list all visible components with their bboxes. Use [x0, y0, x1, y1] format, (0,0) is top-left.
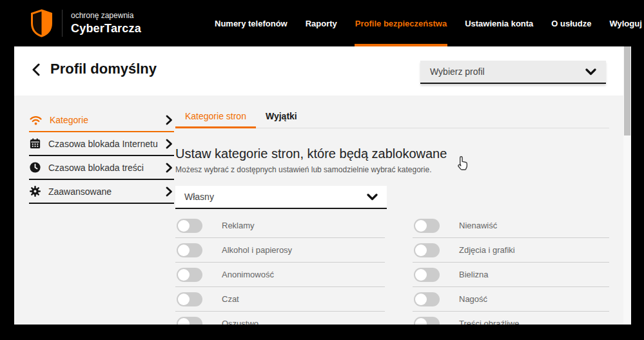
sidebar-item-czasowa-blokada-internetu[interactable]: Czasowa blokada Internetu [29, 132, 174, 156]
toggle-knob [178, 294, 190, 305]
logo-brand-name: CyberTarcza [71, 22, 141, 35]
profile-select-value: Wybierz profil [430, 66, 485, 77]
logo-text: ochronę zapewnia CyberTarcza [71, 11, 141, 35]
toggle-nienawisc[interactable] [414, 219, 440, 233]
toggle-knob [178, 269, 190, 281]
category-row-nienawisc: Nienawiść [413, 214, 609, 238]
tab-wyjatki[interactable]: Wyjątki [256, 110, 307, 128]
profile-header: Profil domyślny Wybierz profil [14, 46, 624, 95]
category-label: Oszustwo [222, 319, 259, 325]
content-panel: Profil domyślny Wybierz profil Kategor [14, 46, 624, 325]
profile-select-dropdown[interactable]: Wybierz profil [420, 61, 606, 84]
toggle-knob [415, 294, 427, 305]
category-row-reklamy: Reklamy [175, 214, 385, 238]
toggle-knob [415, 245, 427, 256]
category-column-right: Nienawiść Zdjęcia i grafiki Bielizna Nag… [413, 214, 609, 325]
sidebar-item-label: Czasowa blokada treści [48, 163, 144, 173]
category-label: Nienawiść [459, 221, 497, 230]
nav-item-profile-bezpieczenstwa[interactable]: Profile bezpieczeństwa [355, 0, 447, 46]
category-label: Reklamy [222, 221, 255, 230]
toggle-oszustwo[interactable] [177, 317, 202, 325]
category-row-alkohol: Alkohol i papierosy [175, 238, 385, 263]
chevron-down-icon [585, 68, 596, 75]
cybertarcza-app: ochronę zapewnia CyberTarcza Numery tele… [0, 0, 644, 340]
category-row-bielizna: Bielizna [413, 263, 609, 287]
toggle-knob [178, 220, 190, 232]
toggle-czat[interactable] [177, 292, 202, 306]
settings-sidebar: Kategorie [29, 108, 174, 204]
logo-divider [62, 10, 63, 37]
main-nav: Numery telefonów Raporty Profile bezpiec… [215, 0, 642, 46]
category-label: Treści obraźliwe [459, 319, 519, 325]
category-row-czat: Czat [175, 287, 385, 312]
nav-item-numery-telefonow[interactable]: Numery telefonów [215, 0, 288, 46]
chevron-right-icon [166, 139, 173, 149]
category-row-nagosc: Nagość [413, 287, 609, 312]
toggle-knob [415, 269, 427, 281]
toggle-knob [178, 245, 190, 256]
toggle-bielizna[interactable] [414, 268, 440, 282]
category-tabs: Kategorie stron Wyjątki [175, 110, 609, 128]
category-label: Zdjęcia i grafiki [459, 245, 515, 255]
shield-logo-icon [30, 9, 54, 37]
category-row-anonimowosc: Anonimowość [175, 263, 385, 287]
vertical-scrollbar[interactable] [623, 46, 631, 325]
toggle-anonimowosc[interactable] [177, 268, 202, 282]
gear-icon [29, 185, 41, 197]
page-title: Profil domyślny [50, 61, 157, 77]
category-label: Bielizna [459, 270, 489, 279]
category-label: Anonimowość [222, 270, 274, 279]
calendar-icon [29, 137, 41, 150]
toggle-zdjecia[interactable] [414, 243, 440, 257]
section-subheading: Możesz wybrać z dostępnych ustawień lub … [175, 165, 609, 174]
nav-item-raporty[interactable]: Raporty [306, 0, 337, 46]
sidebar-item-label: Zaawansowane [48, 186, 112, 197]
logo-tagline: ochronę zapewnia [71, 11, 141, 20]
section-heading: Ustaw kategorie stron, które będą zablok… [175, 146, 609, 161]
preset-select-dropdown[interactable]: Własny [175, 186, 387, 209]
category-row-zdjecia: Zdjęcia i grafiki [413, 238, 609, 263]
sidebar-item-kategorie[interactable]: Kategorie [29, 108, 174, 132]
category-toggle-grid: Reklamy Alkohol i papierosy Anonimowość … [175, 214, 609, 325]
toggle-knob [415, 220, 427, 232]
nav-item-wyloguj[interactable]: Wyloguj [609, 0, 641, 46]
scrollbar-thumb[interactable] [624, 46, 630, 135]
category-label: Nagość [459, 294, 487, 304]
nav-item-o-usludze[interactable]: O usłudze [551, 0, 591, 46]
chevron-right-icon [166, 163, 173, 173]
nav-item-ustawienia-konta[interactable]: Ustawienia konta [465, 0, 533, 46]
chevron-down-icon [367, 194, 378, 201]
category-row-oszustwo: Oszustwo [175, 312, 385, 325]
category-row-tresci-obrazliwe: Treści obraźliwe [413, 312, 609, 325]
categories-main: Kategorie stron Wyjątki Ustaw kategorie … [175, 110, 609, 325]
preset-select-value: Własny [184, 192, 214, 202]
toggle-knob [415, 318, 427, 325]
tab-kategorie-stron[interactable]: Kategorie stron [175, 110, 256, 128]
wifi-icon [29, 114, 43, 126]
chevron-right-icon [166, 186, 173, 197]
toggle-nagosc[interactable] [414, 292, 440, 306]
sidebar-item-czasowa-blokada-tresci[interactable]: Czasowa blokada treści [29, 156, 174, 180]
sidebar-item-label: Kategorie [50, 115, 88, 125]
toggle-tresci-obrazliwe[interactable] [414, 317, 440, 325]
toggle-reklamy[interactable] [177, 219, 202, 233]
toggle-alkohol[interactable] [177, 243, 202, 257]
sidebar-item-label: Czasowa blokada Internetu [48, 139, 158, 149]
back-button[interactable] [31, 63, 41, 76]
category-column-left: Reklamy Alkohol i papierosy Anonimowość … [175, 214, 385, 325]
top-navigation-bar: ochronę zapewnia CyberTarcza Numery tele… [0, 0, 644, 46]
category-label: Czat [222, 294, 239, 304]
cybertarcza-logo: ochronę zapewnia CyberTarcza [30, 9, 141, 37]
chevron-right-icon [166, 115, 173, 125]
category-label: Alkohol i papierosy [222, 245, 292, 255]
toggle-knob [178, 318, 190, 325]
clock-icon [29, 161, 41, 174]
sidebar-item-zaawansowane[interactable]: Zaawansowane [29, 180, 174, 204]
